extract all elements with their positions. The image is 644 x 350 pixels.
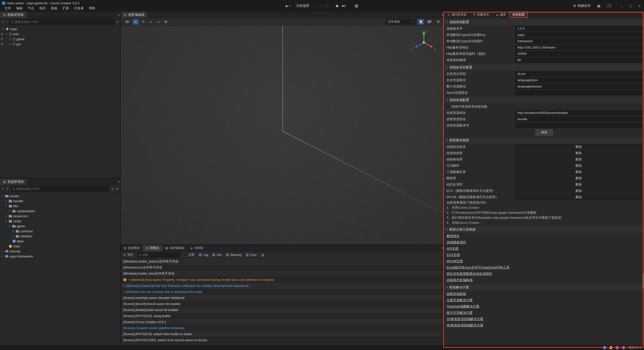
doc-link-4-3[interactable]: ECS文档 <box>444 252 644 258</box>
config-field[interactable]: 1.0.5 <box>515 26 642 31</box>
delete-button[interactable]: 删除 <box>515 182 642 187</box>
log-row-11[interactable]: [Scene] Forward render pipeline initiali… <box>121 325 444 331</box>
expand-arrow-icon[interactable]: ▾ <box>6 33 9 35</box>
doc-link-4-0[interactable]: 教程项目 <box>444 233 644 239</box>
hierarchy-node-root[interactable]: ▾root <box>0 31 120 36</box>
expand-arrow-icon[interactable]: ▾ <box>6 205 9 207</box>
asset-node-script[interactable]: ▾script <box>0 218 120 224</box>
expand-arrow-icon[interactable]: ▸ <box>13 230 16 232</box>
console-filter-4[interactable]: ✓Error <box>246 253 257 257</box>
scale-tool-button[interactable]: ▱ <box>155 19 161 25</box>
log-row-4[interactable]: ▸[Window] Download the Vue Devtools exte… <box>121 283 444 289</box>
preview-device-button[interactable]: ▶ ▾ <box>286 4 291 8</box>
light-toggle-button[interactable] <box>418 19 424 25</box>
expand-arrow-icon[interactable]: ▾ <box>2 195 5 197</box>
assets-menu-icon[interactable]: ≡ <box>117 179 120 185</box>
checkbox[interactable]: ✓ <box>212 253 215 256</box>
expand-arrow-icon[interactable]: ▸ <box>6 215 9 217</box>
menu-item-1[interactable]: 编辑 <box>14 6 25 11</box>
close-button[interactable]: × <box>635 0 644 12</box>
build-button[interactable]: ⚒ 构建发布 <box>573 4 591 8</box>
menu-item-3[interactable]: 项目 <box>37 6 48 11</box>
hierarchy-menu-icon[interactable]: ≡ <box>117 12 120 18</box>
asset-node-main[interactable]: main <box>0 244 120 249</box>
config-field[interactable]: zh,en <box>515 71 642 76</box>
expand-arrow-icon[interactable]: ▸ <box>6 200 9 202</box>
console-tab-1[interactable]: ▤控制台 <box>143 245 162 251</box>
config-field[interactable]: oops <box>515 32 642 37</box>
snap-tool-button[interactable]: ⊞ <box>163 19 169 25</box>
view-mode-select[interactable]: 正常浏览 ▾ <box>386 19 415 25</box>
delete-button[interactable]: 删除 <box>515 151 642 156</box>
doc-link-4-5[interactable]: Excel格式转Json文件与TypeScript代码工具 <box>444 264 644 271</box>
hierarchy-tab[interactable]: ▤ 层级管理器 <box>0 12 27 18</box>
asset-node-bundle[interactable]: ▸bundle <box>0 198 120 203</box>
log-row-6[interactable]: [Scene] meshopt wasm decoder initialized <box>121 295 444 301</box>
expand-arrow-icon[interactable]: ▾ <box>3 28 6 30</box>
asset-node-initialize[interactable]: ▸initialize <box>0 234 120 239</box>
inspector-tab-0[interactable]: ◎属性检查器 <box>444 12 470 18</box>
scene-tab[interactable]: ▧ 场景编辑器 <box>121 12 147 18</box>
inspector-tab-2[interactable]: ☁服务 <box>492 12 509 18</box>
delete-button[interactable]: 删除 <box>515 157 642 162</box>
delete-button[interactable]: 删除 <box>515 169 642 174</box>
expand-arrow-icon[interactable]: ▸ <box>13 235 16 237</box>
config-field[interactable]: bundle <box>515 117 642 122</box>
console-tab-3[interactable]: ◈动画图 <box>187 245 206 251</box>
expand-arrow-icon[interactable]: ▸ <box>2 250 5 252</box>
asset-node-common[interactable]: ▸common <box>0 229 120 234</box>
config-field[interactable]: framework <box>515 39 642 44</box>
scene-selector[interactable]: 当前场景 ▾ <box>293 3 331 9</box>
assets-search-input[interactable] <box>16 187 107 191</box>
console-search-input[interactable] <box>142 253 178 257</box>
expand-arrow-icon[interactable]: ▸ <box>9 210 12 212</box>
section-header-2[interactable]: ▾游戏资源配置 <box>444 97 644 103</box>
package-icon[interactable]: ▣ <box>597 4 600 8</box>
layout-grid-icon[interactable]: ▦ <box>355 4 358 8</box>
mode-3d-button[interactable]: 3D <box>123 19 131 25</box>
create-asset-button[interactable]: + <box>2 187 4 191</box>
menu-item-5[interactable]: 扩展 <box>60 6 71 11</box>
config-field[interactable]: 60 <box>515 58 642 63</box>
menu-item-2[interactable]: 节点 <box>25 6 37 11</box>
console-menu-icon[interactable]: ≡ <box>441 246 444 250</box>
console-filter-3[interactable]: ✓Warning <box>226 253 242 257</box>
status-notice-badge[interactable]: 0 <box>622 346 625 349</box>
log-row-7[interactable]: [Scene] [box2d]:box2d wasm lib loaded. <box>121 301 444 307</box>
checkbox[interactable]: ✓ <box>198 253 202 256</box>
menu-item-7[interactable]: 帮助 <box>86 6 98 11</box>
delete-button[interactable]: 删除 <box>515 144 642 149</box>
translate-tool-button[interactable]: + <box>133 19 139 25</box>
log-row-3[interactable]: !▸[Window] [Vue warn]: Property "onInput… <box>121 277 444 283</box>
inspector-tab-1[interactable]: ⚒构建发布 <box>470 12 493 18</box>
expand-arrow-icon[interactable]: ▸ <box>10 38 13 40</box>
expand-arrow-icon[interactable]: ▾ <box>6 220 9 222</box>
console-search[interactable] <box>137 252 180 257</box>
doc-link-4-4[interactable]: MVVM文档 <box>444 258 644 264</box>
config-field[interactable]: http://localhost:8083/assets/bundle <box>515 110 642 115</box>
console-filter-2[interactable]: ✓Info <box>212 253 222 257</box>
doc-link-4-1[interactable]: 游戏模板项目 <box>444 239 644 245</box>
orientation-gizmo[interactable]: Y X Z <box>409 27 439 55</box>
checkbox[interactable]: ✓ <box>226 253 229 256</box>
import-asset-icon[interactable]: ↧ <box>6 187 9 191</box>
expand-chevron-icon[interactable]: ▸ <box>123 290 125 293</box>
hierarchy-node-game[interactable]: ▸game <box>0 36 120 41</box>
save-button[interactable]: 保存 <box>535 129 553 136</box>
checkbox[interactable] <box>184 253 187 256</box>
camera-settings-button[interactable] <box>426 19 433 25</box>
open-log-file-icon[interactable]: ▤ <box>261 253 264 257</box>
log-row-2[interactable]: [Window] model_view文件夹不存在 <box>121 271 444 277</box>
doc-link-5-0[interactable]: 战棋游戏框架 <box>444 291 644 297</box>
menu-item-0[interactable]: 文件 <box>2 6 14 11</box>
expand-arrow-icon[interactable]: ▸ <box>2 255 5 257</box>
config-field[interactable]: language/json <box>515 78 642 83</box>
scrollbar-thumb[interactable] <box>642 274 644 288</box>
log-row-12[interactable]: [Scene] [PHYSICS]: switch from builtin t… <box>121 331 444 337</box>
menu-item-4[interactable]: 面板 <box>48 6 60 11</box>
status-info-badge[interactable]: 3 <box>603 346 606 349</box>
console-filter-0[interactable]: 正则 <box>184 253 194 257</box>
delete-button[interactable]: 删除 <box>515 195 642 200</box>
config-field[interactable]: 10000 <box>515 51 642 56</box>
config-field[interactable]: http://192.168.0.150/main/ <box>515 45 642 50</box>
